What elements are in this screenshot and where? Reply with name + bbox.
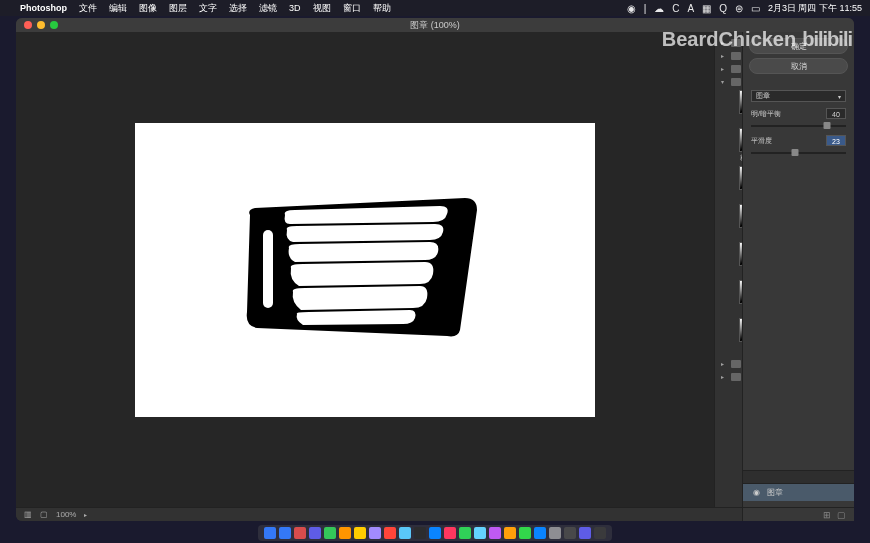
ok-button[interactable]: 确定 [749, 38, 848, 54]
chevron-right-icon: ▸ [721, 39, 727, 46]
folder-icon [731, 360, 741, 368]
mac-menubar: Photoshop 文件 编辑 图像 图层 文字 选择 滤镜 3D 视图 窗口 … [0, 0, 870, 16]
layers-header [743, 470, 854, 484]
chevron-down-icon: ▾ [721, 78, 727, 85]
tray-lang-icon[interactable]: A [688, 3, 695, 14]
visibility-icon[interactable]: ◉ [751, 488, 761, 498]
dock-app[interactable] [459, 527, 471, 539]
app-name[interactable]: Photoshop [20, 3, 67, 13]
menu-help[interactable]: 帮助 [373, 2, 391, 15]
dock-app[interactable] [339, 527, 351, 539]
folder-icon [731, 39, 741, 47]
layer-name: 图章 [767, 487, 783, 498]
dock-app[interactable] [549, 527, 561, 539]
dock-app[interactable] [564, 527, 576, 539]
statusbar: ▥ ▢ 100% ▸ [16, 507, 854, 521]
status-icon-2[interactable]: ▢ [40, 510, 48, 519]
dock-app[interactable] [534, 527, 546, 539]
dock-app[interactable] [354, 527, 366, 539]
chevron-right-icon: ▸ [721, 65, 727, 72]
dock-app[interactable] [594, 527, 606, 539]
tray-sync-icon[interactable]: ▦ [702, 3, 711, 14]
dock-app[interactable] [384, 527, 396, 539]
layer-item[interactable]: ◉ 图章 [743, 484, 854, 501]
tray-wifi-icon[interactable]: ⊜ [735, 3, 743, 14]
dock-app[interactable] [489, 527, 501, 539]
menu-image[interactable]: 图像 [139, 2, 157, 15]
menu-layer[interactable]: 图层 [169, 2, 187, 15]
dock-app[interactable] [324, 527, 336, 539]
titlebar: 图章 (100%) [16, 18, 854, 32]
maximize-button[interactable] [50, 21, 58, 29]
dock-app[interactable] [579, 527, 591, 539]
zoom-level[interactable]: 100% [56, 510, 76, 519]
param2-value[interactable]: 23 [826, 135, 846, 146]
tray-app-icon[interactable]: C [672, 3, 679, 14]
folder-icon [731, 373, 741, 381]
menu-3d[interactable]: 3D [289, 3, 301, 13]
app-window: 图章 (100%) ▸风格化▸画笔描边▸扭曲▾素描半调图案便条纸粉笔和炭笔铬黄渐… [16, 18, 854, 521]
dock[interactable] [258, 525, 612, 541]
tray-divider-icon: | [644, 3, 647, 14]
dock-app[interactable] [294, 527, 306, 539]
param2-label: 平滑度 [751, 136, 772, 146]
status-icon[interactable]: ▥ [24, 510, 32, 519]
param2-slider[interactable] [751, 152, 846, 154]
chevron-right-icon: ▸ [721, 360, 727, 367]
canvas[interactable] [135, 123, 595, 417]
dock-app[interactable] [444, 527, 456, 539]
menu-view[interactable]: 视图 [313, 2, 331, 15]
menu-filter[interactable]: 滤镜 [259, 2, 277, 15]
new-layer-icon[interactable]: ⊞ [823, 510, 831, 520]
param1-label: 明/暗平衡 [751, 109, 781, 119]
dock-app[interactable] [309, 527, 321, 539]
param1-value[interactable]: 40 [826, 108, 846, 119]
folder-icon [731, 65, 741, 73]
chevron-right-icon[interactable]: ▸ [84, 511, 87, 518]
chevron-down-icon: ▾ [838, 93, 841, 100]
dock-app[interactable] [504, 527, 516, 539]
chevron-right-icon: ▸ [721, 373, 727, 380]
menu-select[interactable]: 选择 [229, 2, 247, 15]
dock-app[interactable] [474, 527, 486, 539]
right-panel: 确定 取消 图章 ▾ 明/暗平衡 40 平滑度 23 ◉ 图章 ⊞ ▢ [742, 32, 854, 521]
tray-search-icon[interactable]: Q [719, 3, 727, 14]
dock-app[interactable] [519, 527, 531, 539]
cancel-button[interactable]: 取消 [749, 58, 848, 74]
artwork-stamp [225, 180, 505, 360]
close-button[interactable] [24, 21, 32, 29]
filter-dropdown[interactable]: 图章 ▾ [751, 90, 846, 102]
window-title: 图章 (100%) [410, 19, 460, 32]
dock-app[interactable] [414, 527, 426, 539]
dock-app[interactable] [279, 527, 291, 539]
folder-icon [731, 52, 741, 60]
menu-type[interactable]: 文字 [199, 2, 217, 15]
dock-app[interactable] [369, 527, 381, 539]
dock-app[interactable] [399, 527, 411, 539]
tray-battery-icon[interactable]: ▭ [751, 3, 760, 14]
menu-file[interactable]: 文件 [79, 2, 97, 15]
dock-app[interactable] [429, 527, 441, 539]
tray-clock[interactable]: 2月3日 周四 下午 11:55 [768, 2, 862, 15]
param1-slider[interactable] [751, 125, 846, 127]
menu-edit[interactable]: 编辑 [109, 2, 127, 15]
menu-window[interactable]: 窗口 [343, 2, 361, 15]
tray-cc-icon[interactable]: ☁ [654, 3, 664, 14]
svg-rect-0 [263, 230, 273, 308]
folder-icon [731, 78, 741, 86]
chevron-right-icon: ▸ [721, 52, 727, 59]
canvas-area[interactable] [16, 32, 714, 507]
dock-app[interactable] [264, 527, 276, 539]
tray-record-icon[interactable]: ◉ [627, 3, 636, 14]
minimize-button[interactable] [37, 21, 45, 29]
delete-icon[interactable]: ▢ [837, 510, 846, 520]
